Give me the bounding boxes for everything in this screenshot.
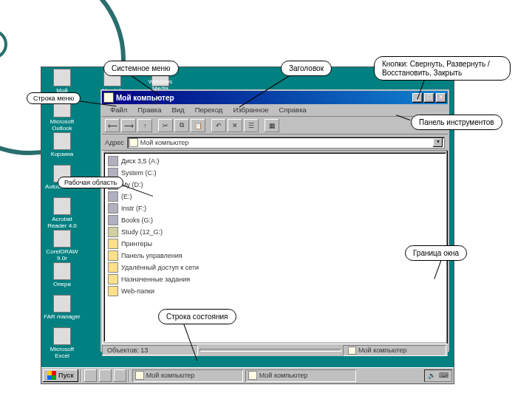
computer-icon	[348, 347, 356, 355]
item-label: Instr (F:)	[121, 205, 146, 212]
delete-button[interactable]: ✕	[228, 119, 242, 132]
paste-button[interactable]: 📋	[191, 119, 205, 132]
desktop-icon[interactable]: FAR manager	[43, 295, 81, 321]
address-label: Адрес	[105, 139, 124, 146]
computer-icon	[129, 138, 138, 147]
computer-icon	[135, 371, 144, 380]
task-button[interactable]: Мой компьютер	[132, 369, 243, 382]
callout-menubar: Строка меню	[27, 92, 81, 104]
status-right: Мой компьютер	[343, 345, 446, 356]
desktop-icon[interactable]: Microsoft Excel	[43, 327, 81, 360]
forward-button[interactable]: ⟶	[121, 119, 136, 132]
cd-icon	[108, 227, 118, 237]
statusbar: Объектов: 13 Мой компьютер	[102, 344, 448, 356]
client-area: Диск 3,5 (A:)System (C:)My (D:)(E:)Instr…	[103, 152, 446, 342]
item-label: Books (G:)	[121, 216, 153, 224]
maximize-button[interactable]: □	[424, 93, 434, 103]
desktop-icon[interactable]: Корзина	[43, 132, 81, 158]
windows-logo-icon	[47, 371, 56, 380]
item-label: System (C:)	[121, 169, 157, 177]
list-item[interactable]: My (D:)	[106, 179, 443, 191]
desktop-icon[interactable]: Опера	[43, 262, 81, 288]
tray-icon[interactable]: ⌨	[439, 372, 449, 379]
task-button[interactable]: Мой компьютер	[245, 369, 356, 382]
item-label: Диск 3,5 (A:)	[121, 157, 160, 165]
callout-statusbar: Строка состояния	[158, 309, 236, 324]
item-label: Принтеры	[121, 240, 152, 248]
titlebar[interactable]: Мой компьютер _ □ ×	[102, 91, 448, 104]
list-item[interactable]: Назначенные задания	[106, 273, 443, 285]
item-label: Web-папки	[121, 287, 154, 295]
start-button[interactable]: Пуск	[43, 369, 78, 382]
system-menu-icon[interactable]	[103, 92, 114, 103]
item-label: My (D:)	[121, 181, 143, 188]
window-title: Мой компьютер	[116, 94, 411, 102]
folder-icon	[108, 274, 118, 284]
folder-icon	[108, 239, 118, 249]
computer-icon	[248, 371, 257, 380]
callout-window-buttons: Кнопки: Свернуть, Развернуть / Восстанов…	[374, 56, 511, 81]
desktop: Мой компьютер Hewlett Packard Мои докуме…	[41, 66, 454, 384]
address-combo[interactable]: Мой компьютер ▾	[127, 137, 445, 149]
folder-icon	[108, 250, 118, 261]
desktop-icon[interactable]: Acrobat Reader 4.0	[43, 197, 81, 230]
views-button[interactable]: ▦	[265, 119, 279, 132]
drive-icon	[108, 191, 118, 202]
desktop-icon[interactable]: Microsoft Outlook	[43, 100, 81, 132]
callout-border: Граница окна	[405, 245, 467, 261]
chevron-down-icon[interactable]: ▾	[433, 138, 443, 147]
desktop-icon[interactable]: CorelDRAW 9.0r	[43, 230, 81, 262]
list-item[interactable]: Web-папки	[106, 285, 443, 297]
system-tray[interactable]: 🔊 ⌨	[424, 369, 452, 382]
copy-button[interactable]: ⧉	[174, 119, 189, 132]
list-item[interactable]: System (C:)	[106, 167, 443, 179]
cut-button[interactable]: ✂	[158, 119, 173, 132]
callout-system-menu: Системное меню	[103, 61, 179, 76]
back-button[interactable]: ⟵	[105, 119, 120, 132]
properties-button[interactable]: ☰	[244, 119, 259, 132]
list-item[interactable]: Панель управления	[106, 250, 443, 262]
menu-item[interactable]: Переход	[190, 105, 228, 115]
list-item[interactable]: Диск 3,5 (A:)	[106, 155, 443, 167]
folder-icon	[108, 262, 118, 273]
list-item[interactable]: (E:)	[106, 191, 443, 202]
item-label: Панель управления	[121, 252, 183, 259]
toolbar: ⟵ ⟶ ↑ ✂ ⧉ 📋 ↶ ✕ ☰ ▦	[102, 117, 448, 134]
menu-item[interactable]: Справка	[274, 105, 312, 115]
status-left: Объектов: 13	[102, 345, 198, 355]
up-button[interactable]: ↑	[137, 119, 152, 132]
undo-button[interactable]: ↶	[211, 119, 226, 132]
close-button[interactable]: ×	[436, 93, 446, 103]
list-item[interactable]: Study (12_G:)	[106, 226, 443, 238]
list-item[interactable]: Удалённый доступ к сети	[106, 262, 443, 273]
drive-icon	[108, 156, 118, 166]
menu-item[interactable]: Вид	[166, 105, 189, 115]
taskbar: Пуск Мой компьютер Мой компьютер 🔊 ⌨	[41, 367, 454, 383]
address-bar: Адрес Мой компьютер ▾	[102, 134, 448, 151]
item-label: (E:)	[121, 193, 132, 200]
tray-icon[interactable]: 🔊	[428, 372, 436, 379]
item-label: Назначенные задания	[121, 276, 190, 283]
menu-item[interactable]: Правка	[132, 105, 166, 115]
list-item[interactable]: Принтеры	[106, 238, 443, 250]
quicklaunch-icon[interactable]	[114, 369, 126, 382]
quicklaunch-icon[interactable]	[99, 369, 112, 382]
list-item[interactable]: Books (G:)	[106, 214, 443, 226]
folder-icon	[108, 286, 118, 296]
callout-workarea: Рабочая область	[58, 177, 123, 188]
menu-item[interactable]: Файл	[105, 105, 132, 115]
item-label: Удалённый доступ к сети	[121, 264, 199, 271]
menu-item[interactable]: Избранное	[228, 105, 273, 115]
item-label: Study (12_G:)	[121, 228, 163, 236]
drive-icon	[108, 203, 118, 214]
callout-title: Заголовок	[281, 61, 332, 76]
explorer-window: Мой компьютер _ □ × Файл Правка Вид Пере…	[100, 89, 449, 352]
quicklaunch-icon[interactable]	[84, 369, 97, 382]
list-item[interactable]: Instr (F:)	[106, 202, 443, 214]
callout-toolbar: Панель инструментов	[411, 115, 502, 130]
drive-icon	[108, 215, 118, 225]
